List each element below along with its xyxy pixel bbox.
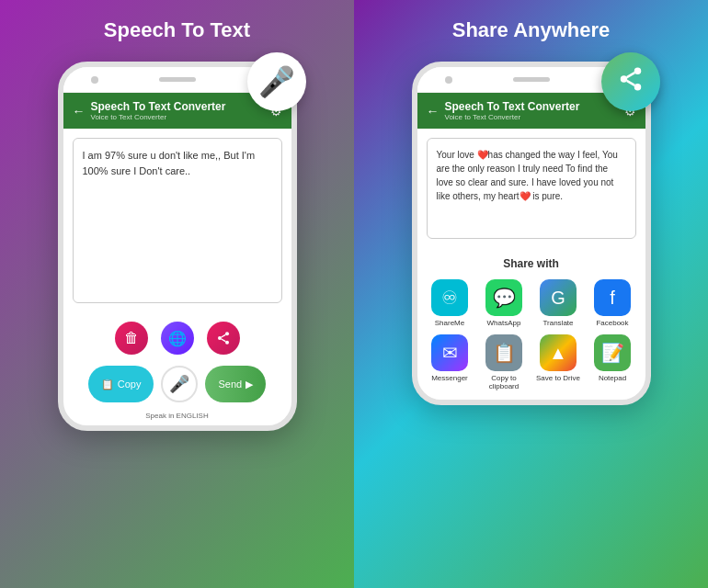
- back-arrow-icon[interactable]: ←: [73, 104, 86, 119]
- share-grid: ♾ShareMe💬WhatsAppGTranslatefFacebook✉Mes…: [427, 279, 636, 390]
- share-item-facebook[interactable]: fFacebook: [589, 279, 636, 327]
- copy-label: Copy: [118, 379, 142, 390]
- svg-point-5: [634, 67, 641, 74]
- share-item-save-to-drive[interactable]: ▲Save to Drive: [535, 334, 582, 390]
- share-with-title: Share with: [427, 257, 636, 270]
- action-buttons-row: 🗑 🌐: [63, 312, 291, 360]
- send-button[interactable]: Send ▶: [205, 366, 266, 402]
- right-app-title-group: Speech To Text Converter Voice to Text C…: [445, 100, 580, 121]
- svg-point-7: [634, 84, 641, 91]
- right-phone-camera: [445, 76, 452, 84]
- phone-speaker: [159, 77, 196, 82]
- left-panel: Speech To Text 🎤 ← Speech To Text Conver…: [0, 0, 354, 588]
- share-item-shareme[interactable]: ♾ShareMe: [427, 279, 474, 327]
- right-phone: ← Speech To Text Converter Voice to Text…: [412, 62, 651, 405]
- copy-button[interactable]: 📋 Copy: [88, 366, 154, 402]
- share-label-translate: Translate: [542, 319, 573, 327]
- globe-button[interactable]: 🌐: [161, 322, 194, 355]
- share-icon-copy-to-clipboard: 📋: [485, 334, 522, 371]
- left-phone: ← Speech To Text Converter Voice to Text…: [58, 62, 297, 431]
- share-item-notepad[interactable]: 📝Notepad: [589, 334, 636, 390]
- share-item-whatsapp[interactable]: 💬WhatsApp: [481, 279, 528, 327]
- send-label: Send: [218, 379, 242, 390]
- right-back-arrow-icon[interactable]: ←: [427, 104, 440, 119]
- svg-line-3: [221, 339, 225, 342]
- svg-point-1: [218, 336, 222, 340]
- bottom-buttons-row: 📋 Copy 🎤 Send ▶: [63, 360, 291, 412]
- right-phone-speaker: [513, 77, 550, 82]
- share-icon-facebook: f: [594, 279, 631, 316]
- converted-text: I am 97% sure u don't like me,, But I'm …: [83, 150, 256, 176]
- right-title: Share Anywhere: [452, 18, 611, 42]
- right-phone-wrapper: ← Speech To Text Converter Voice to Text…: [412, 62, 651, 405]
- app-title-group: Speech To Text Converter Voice to Text C…: [91, 100, 226, 121]
- left-phone-wrapper: 🎤 ← Speech To Text Converter Voice to Te…: [58, 62, 297, 431]
- share-panel: Share with ♾ShareMe💬WhatsAppGTranslatefF…: [417, 248, 645, 400]
- share-item-copy-to-clipboard[interactable]: 📋Copy to clipboard: [481, 334, 528, 390]
- right-converted-text: Your love ❤️has changed the way I feel, …: [437, 150, 618, 201]
- left-title: Speech To Text: [104, 18, 250, 42]
- share-label-messenger: Messenger: [431, 374, 468, 382]
- share-label-facebook: Facebook: [596, 319, 628, 327]
- share-icon-notepad: 📝: [594, 334, 631, 371]
- share-overlay-icon: [617, 65, 645, 99]
- app-sub-title: Voice to Text Converter: [91, 113, 226, 121]
- share-label-notepad: Notepad: [599, 374, 626, 382]
- svg-line-9: [626, 73, 634, 77]
- svg-line-4: [221, 334, 225, 337]
- mic-button[interactable]: 🎤: [161, 366, 198, 402]
- mic-icon: 🎤: [258, 64, 295, 99]
- mic-overlay[interactable]: 🎤: [247, 52, 306, 111]
- svg-point-2: [225, 341, 229, 345]
- svg-point-6: [620, 75, 627, 83]
- svg-point-0: [225, 332, 229, 335]
- right-text-display-area[interactable]: Your love ❤️has changed the way I feel, …: [427, 138, 636, 239]
- share-icon-save-to-drive: ▲: [540, 334, 577, 371]
- share-item-translate[interactable]: GTranslate: [535, 279, 582, 327]
- share-item-messenger[interactable]: ✉Messenger: [427, 334, 474, 390]
- share-icon-messenger: ✉: [431, 334, 468, 371]
- share-overlay[interactable]: [601, 52, 660, 111]
- right-panel: Share Anywhere ←: [354, 0, 708, 588]
- share-icon-translate: G: [540, 279, 577, 316]
- mic-button-icon: 🎤: [169, 374, 189, 394]
- share-label-shareme: ShareMe: [435, 319, 464, 327]
- app-main-title: Speech To Text Converter: [91, 100, 226, 113]
- svg-line-8: [626, 80, 634, 85]
- copy-icon: 📋: [101, 379, 114, 390]
- text-display-area[interactable]: I am 97% sure u don't like me,, But I'm …: [73, 138, 282, 303]
- right-app-header-left-group: ← Speech To Text Converter Voice to Text…: [427, 100, 580, 121]
- share-small-button[interactable]: [207, 322, 240, 355]
- share-label-copy-to-clipboard: Copy to clipboard: [481, 374, 528, 390]
- share-label-save-to-drive: Save to Drive: [536, 374, 580, 382]
- right-app-sub-title: Voice to Text Converter: [445, 113, 580, 121]
- share-label-whatsapp: WhatsApp: [487, 319, 521, 327]
- speak-label: Speak in ENGLISH: [63, 412, 291, 425]
- phone-camera: [91, 76, 98, 84]
- share-icon-shareme: ♾: [431, 279, 468, 316]
- delete-button[interactable]: 🗑: [115, 322, 148, 355]
- share-icon-whatsapp: 💬: [485, 279, 522, 316]
- send-arrow-icon: ▶: [246, 379, 253, 390]
- app-header-left-group: ← Speech To Text Converter Voice to Text…: [73, 100, 226, 121]
- right-app-main-title: Speech To Text Converter: [445, 100, 580, 113]
